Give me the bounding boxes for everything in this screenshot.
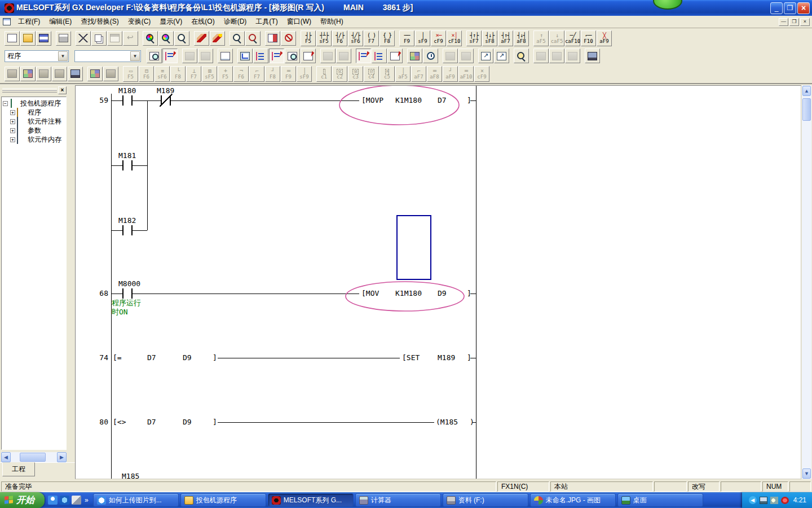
tree-horizontal-scrollbar[interactable]: ◀ ▶ xyxy=(1,452,67,462)
alias-display-button[interactable] xyxy=(68,67,83,81)
vertical-write-button[interactable] xyxy=(218,49,233,63)
help-find-button[interactable] xyxy=(514,49,529,63)
ladder-symbol-aF7-button[interactable]: ┤↑┤aF7 xyxy=(498,30,513,46)
ladder-instruction-text[interactable]: D7 xyxy=(147,353,156,362)
scroll-thumb[interactable] xyxy=(802,98,811,121)
zoom-in-button[interactable] xyxy=(245,31,261,46)
ladder-symbol-caF10-button[interactable]: ─╱caF10 xyxy=(565,30,580,46)
expand-icon[interactable]: + xyxy=(10,137,15,142)
find-button[interactable] xyxy=(143,31,158,46)
menu-显示(V)[interactable]: 显示(V) xyxy=(155,16,187,28)
start-button[interactable]: 开始 xyxy=(0,492,45,508)
ladder-instruction-text[interactable]: [MOVP xyxy=(361,96,383,104)
find-device2-button[interactable] xyxy=(285,49,300,63)
ladder-instruction-text[interactable]: D7 xyxy=(147,418,156,426)
alert-icon[interactable] xyxy=(781,497,789,504)
ladder-instruction-text[interactable]: ] xyxy=(467,96,471,104)
ladder-symbol-sF9-button[interactable]: │sF9 xyxy=(415,30,430,46)
scroll-down-icon[interactable]: ▼ xyxy=(802,468,811,479)
ladder-instruction-text[interactable]: D7 xyxy=(438,96,447,104)
note-edit-button[interactable] xyxy=(387,49,403,63)
ladder-contact-M180[interactable]: M180 xyxy=(118,86,136,95)
ladder-symbol-F8-button[interactable]: { }F8 xyxy=(379,30,395,46)
ladder-symbol-sF6-button[interactable]: ┤╱├sF6 xyxy=(348,30,363,46)
menu-工程(F)[interactable]: 工程(F) xyxy=(14,16,45,28)
collapse-icon[interactable]: − xyxy=(3,101,8,106)
network-icon[interactable] xyxy=(760,497,767,504)
edit-cursor-rect[interactable] xyxy=(397,216,431,279)
ladder-symbol-F10-button[interactable]: ⌐─F10 xyxy=(581,30,596,46)
scroll-thumb[interactable] xyxy=(20,453,46,462)
ladder-instruction-text[interactable]: D9 xyxy=(183,418,192,426)
ladder-symbol-aF9-button[interactable]: ╳aF9 xyxy=(597,30,612,46)
scroll-right-icon[interactable]: ▶ xyxy=(57,452,67,462)
taskbar-task-资料 (F:)[interactable]: 资料 (F:) xyxy=(443,493,528,507)
monitor-display-button[interactable] xyxy=(585,49,600,63)
ladder-symbol-aF8-button[interactable]: ┤↓┤aF8 xyxy=(514,30,529,46)
ladder-symbol-cF9-button[interactable]: ×─cF9 xyxy=(431,30,446,46)
taskbar-task-投包机源程序[interactable]: 投包机源程序 xyxy=(180,493,266,507)
comment-edit-button[interactable] xyxy=(356,49,371,63)
quick-launch-3-icon[interactable] xyxy=(72,496,81,505)
taskbar-task-MELSOFT系列 G...[interactable]: MELSOFT系列 G... xyxy=(268,493,354,507)
ladder-instruction-text[interactable]: ] xyxy=(213,418,217,426)
minimize-button[interactable]: _ xyxy=(770,2,783,14)
ladder-instruction-text[interactable]: ] xyxy=(213,353,217,362)
ladder-instruction-text[interactable]: M189 xyxy=(438,353,455,362)
open-window-1-button[interactable] xyxy=(478,49,493,63)
tree-item-软元件注释[interactable]: +软元件注释 xyxy=(3,117,66,126)
ladder-contact-M182[interactable]: M182 xyxy=(118,216,136,225)
ladder-instruction-text[interactable]: [<> xyxy=(113,418,126,426)
panel-close-icon[interactable]: × xyxy=(58,86,67,94)
ladder-editor[interactable]: 59M180M189M181M182[MOVPK1M180D7]68M8000程… xyxy=(75,85,801,479)
ladder-device-label[interactable]: M185 xyxy=(122,472,139,479)
find-contact-button[interactable] xyxy=(301,49,316,63)
print-button[interactable] xyxy=(56,31,71,46)
expand-icon[interactable]: + xyxy=(10,110,15,115)
window-swap-button[interactable] xyxy=(265,31,280,46)
scroll-left-icon[interactable]: ◀ xyxy=(1,452,11,462)
tab-project[interactable]: 工程 xyxy=(2,462,35,476)
vertical-scrollbar[interactable]: ▲ ▼ xyxy=(802,85,811,479)
menu-编辑(E)[interactable]: 编辑(E) xyxy=(45,16,76,28)
chevron-left-icon[interactable]: ◀ xyxy=(749,496,757,504)
expand-icon[interactable]: + xyxy=(10,128,15,133)
display-off-button[interactable] xyxy=(281,31,296,46)
tree-item-程序[interactable]: +程序 xyxy=(3,108,66,117)
sort-steps-button[interactable] xyxy=(52,67,67,81)
tree-root-item[interactable]: −投包机源程序 xyxy=(3,99,66,108)
ladder-symbol-sF8-button[interactable]: ┤↓├sF8 xyxy=(482,30,497,46)
ladder-symbol-cF10-button[interactable]: ×│cF10 xyxy=(447,30,462,46)
copy-button[interactable] xyxy=(91,31,107,46)
ladder-symbol-sF7-button[interactable]: ┤↑├sF7 xyxy=(466,30,482,46)
instruction-list-view-button[interactable] xyxy=(253,49,268,63)
statement-edit-button[interactable] xyxy=(372,49,387,63)
combo-dropdown-icon[interactable]: ▼ xyxy=(130,51,140,61)
menu-在线(O)[interactable]: 在线(O) xyxy=(187,16,219,28)
ladder-instruction-text[interactable]: ] xyxy=(467,289,471,297)
taskbar-task-桌面[interactable]: 桌面 xyxy=(617,493,703,507)
open-window-2-button[interactable] xyxy=(494,49,509,63)
monitor-mode-button[interactable] xyxy=(5,67,20,81)
taskbar-task-如何上传图片到...[interactable]: 如何上传图片到... xyxy=(93,493,179,507)
ladder-instruction-text[interactable]: D9 xyxy=(438,289,447,297)
monitor-write-button[interactable] xyxy=(20,67,36,81)
project-data-list-button[interactable] xyxy=(147,49,162,63)
ladder-view-button[interactable] xyxy=(237,49,253,63)
menu-诊断(D)[interactable]: 诊断(D) xyxy=(219,16,251,28)
menu-帮助(H)[interactable]: 帮助(H) xyxy=(316,16,348,28)
find-replace-button[interactable] xyxy=(158,31,174,46)
cascade-windows-button[interactable] xyxy=(103,67,118,81)
taskbar-task-计算器[interactable]: 计算器 xyxy=(355,493,441,507)
tree-item-软元件内存[interactable]: +软元件内存 xyxy=(3,135,66,144)
taskbar-task-未命名.JPG - 画图[interactable]: 未命名.JPG - 画图 xyxy=(530,493,616,507)
ladder-contact-M8000[interactable]: M8000 xyxy=(118,279,140,288)
data-name-combobox[interactable]: ▼ xyxy=(74,50,141,62)
menu-工具(T)[interactable]: 工具(T) xyxy=(251,16,282,28)
error-jump-button[interactable] xyxy=(36,67,51,81)
ladder-instruction-text[interactable]: K1M180 xyxy=(395,289,422,297)
write-mode-button[interactable] xyxy=(194,31,209,46)
menu-变换(C)[interactable]: 变换(C) xyxy=(123,16,156,28)
panel-grip-handle[interactable] xyxy=(2,88,57,93)
device-memory-batch-button[interactable] xyxy=(407,49,422,63)
